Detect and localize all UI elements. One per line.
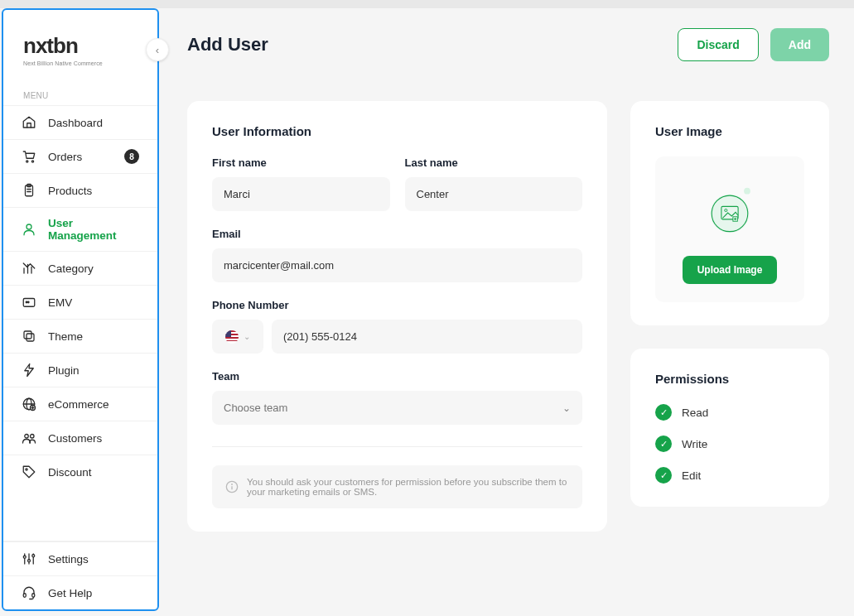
card-icon <box>22 295 36 310</box>
users-icon <box>22 431 36 445</box>
sidebar-item-label: User Management <box>48 217 139 242</box>
first-name-input[interactable] <box>212 177 390 211</box>
phone-input[interactable] <box>272 320 582 354</box>
discard-button[interactable]: Discard <box>678 28 758 61</box>
sidebar-item-category[interactable]: Category <box>3 251 157 285</box>
sidebar-item-user-management[interactable]: User Management <box>3 207 157 251</box>
sidebar-item-label: Theme <box>48 330 83 343</box>
sidebar-item-products[interactable]: Products <box>3 173 157 207</box>
svg-point-20 <box>31 435 35 439</box>
badge: 8 <box>124 149 139 164</box>
check-icon: ✓ <box>655 467 672 484</box>
permission-edit[interactable]: ✓Edit <box>655 467 804 484</box>
logo-text: nxtbn <box>23 33 138 59</box>
team-select[interactable] <box>212 391 582 425</box>
svg-rect-13 <box>24 331 31 339</box>
sidebar-item-label: EMV <box>48 296 72 309</box>
permission-write[interactable]: ✓Write <box>655 436 804 452</box>
sidebar-item-label: Plugin <box>48 364 80 377</box>
email-label: Email <box>212 228 582 240</box>
last-name-label: Last name <box>405 156 583 169</box>
email-input[interactable] <box>212 248 582 282</box>
globe-icon <box>22 397 36 411</box>
add-button[interactable]: Add <box>770 28 829 61</box>
card-title: User Information <box>212 124 582 138</box>
divider <box>212 446 582 447</box>
permission-read[interactable]: ✓Read <box>655 404 804 421</box>
sidebar-item-settings[interactable]: Settings <box>3 541 157 575</box>
permission-label: Edit <box>682 469 701 482</box>
image-placeholder-icon <box>701 181 759 239</box>
permission-label: Read <box>682 407 708 419</box>
check-icon: ✓ <box>655 436 672 452</box>
card-title: User Image <box>655 124 804 138</box>
headset-icon <box>22 585 36 600</box>
user-image-card: User Image <box>630 101 829 325</box>
sidebar-item-ecommerce[interactable]: eCommerce <box>3 387 157 421</box>
info-text: You should ask your customers for permis… <box>247 477 569 497</box>
main-content: Add User Discard Add User Information Fi… <box>159 8 854 616</box>
sidebar-item-discount[interactable]: Discount <box>3 455 157 488</box>
sidebar: ‹ nxtbn Next Billion Native Commerce MEN… <box>2 8 159 611</box>
permissions-card: Permissions ✓Read✓Write✓Edit <box>630 349 829 507</box>
check-icon: ✓ <box>655 404 672 421</box>
svg-point-25 <box>23 556 26 558</box>
svg-point-26 <box>28 560 31 562</box>
svg-rect-29 <box>32 594 35 598</box>
country-code-select[interactable]: ⌄ <box>212 320 263 354</box>
svg-point-21 <box>26 469 27 470</box>
sidebar-item-plugin[interactable]: Plugin <box>3 353 157 387</box>
svg-point-12 <box>28 301 30 303</box>
chart-icon <box>22 261 36 276</box>
svg-point-34 <box>711 195 750 233</box>
sidebar-item-get-help[interactable]: Get Help <box>3 575 157 609</box>
user-information-card: User Information First name Last name Em… <box>187 101 607 532</box>
page-title: Add User <box>187 34 268 55</box>
sidebar-item-label: Settings <box>48 553 89 565</box>
cart-icon <box>22 149 36 164</box>
page-header: Add User Discard Add <box>187 28 829 61</box>
tag-icon <box>22 464 36 479</box>
sliders-icon <box>22 551 36 566</box>
svg-point-33 <box>744 188 750 195</box>
info-icon <box>225 480 239 493</box>
sidebar-item-customers[interactable]: Customers <box>3 421 157 455</box>
sidebar-item-label: Category <box>48 262 94 275</box>
last-name-input[interactable] <box>405 177 583 211</box>
sidebar-item-orders[interactable]: Orders8 <box>3 139 157 173</box>
svg-point-0 <box>27 161 28 162</box>
image-drop-zone[interactable]: Upload Image <box>655 156 804 302</box>
sidebar-item-label: eCommerce <box>48 398 109 411</box>
sidebar-item-dashboard[interactable]: Dashboard <box>3 105 157 139</box>
svg-point-6 <box>27 224 31 229</box>
upload-image-button[interactable]: Upload Image <box>683 256 778 284</box>
sidebar-item-label: Discount <box>48 466 92 479</box>
svg-point-1 <box>31 161 33 162</box>
first-name-label: First name <box>212 156 390 169</box>
svg-rect-28 <box>23 594 26 598</box>
permission-label: Write <box>682 438 707 450</box>
sidebar-item-label: Get Help <box>48 587 92 599</box>
svg-point-11 <box>26 301 27 303</box>
chevron-down-icon: ⌄ <box>244 332 250 341</box>
bolt-icon <box>22 363 36 378</box>
copy-icon <box>22 329 36 344</box>
home-icon <box>22 115 36 130</box>
us-flag-icon <box>225 330 239 344</box>
card-title: Permissions <box>655 372 804 386</box>
logo: nxtbn Next Billion Native Commerce <box>3 10 157 73</box>
sidebar-item-label: Dashboard <box>48 117 103 129</box>
team-label: Team <box>212 370 582 383</box>
logo-subtitle: Next Billion Native Commerce <box>23 60 138 66</box>
svg-point-27 <box>32 555 35 557</box>
user-icon <box>22 222 36 237</box>
sidebar-item-theme[interactable]: Theme <box>3 319 157 353</box>
sidebar-item-emv[interactable]: EMV <box>3 285 157 319</box>
chevron-left-icon: ‹ <box>156 44 159 56</box>
sidebar-item-label: Orders <box>48 151 82 163</box>
sidebar-collapse-button[interactable]: ‹ <box>146 38 169 61</box>
info-banner: You should ask your customers for permis… <box>212 465 582 508</box>
svg-point-19 <box>25 435 29 439</box>
sidebar-item-label: Products <box>48 185 92 197</box>
phone-label: Phone Number <box>212 299 582 311</box>
